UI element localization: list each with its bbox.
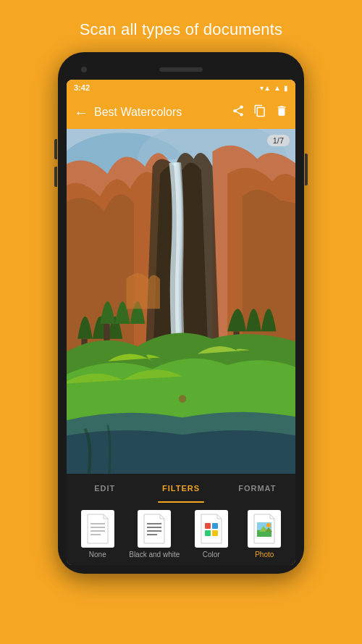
- svg-rect-18: [212, 523, 218, 529]
- filter-color-icon: [195, 510, 228, 548]
- speaker-icon: [159, 67, 203, 72]
- filter-color[interactable]: Color: [190, 510, 233, 559]
- volume-down-button: [54, 167, 57, 187]
- filter-bw-icon: [138, 510, 171, 548]
- svg-rect-20: [212, 530, 218, 536]
- phone-notch: [67, 61, 295, 78]
- filter-options: None: [67, 503, 295, 565]
- copy-button[interactable]: [253, 104, 266, 121]
- photo-document-icon: [251, 513, 277, 545]
- svg-rect-19: [205, 530, 211, 536]
- volume-up-button: [54, 139, 57, 159]
- bw-document-icon: [141, 513, 167, 545]
- filter-photo[interactable]: Photo: [243, 510, 286, 559]
- filter-none-icon: [81, 510, 114, 548]
- document-image: 1/7: [67, 129, 295, 474]
- svg-point-8: [179, 395, 186, 402]
- svg-point-23: [266, 523, 271, 527]
- signal-icon: ▲: [274, 84, 281, 92]
- app-bar-actions: [232, 104, 288, 121]
- power-button: [305, 154, 308, 185]
- tab-format[interactable]: FORMAT: [219, 474, 295, 503]
- svg-rect-17: [205, 523, 211, 529]
- share-button[interactable]: [232, 104, 245, 121]
- bottom-toolbar: EDIT FILTERS FORMAT: [67, 474, 295, 565]
- wifi-icon: ▾▲: [260, 84, 271, 92]
- battery-icon: ▮: [284, 84, 288, 92]
- app-bar: ← Best Watercolors: [67, 96, 295, 129]
- filter-color-label: Color: [203, 551, 220, 559]
- tab-filters[interactable]: FILTERS: [143, 474, 219, 503]
- phone-frame: 3:42 ▾▲ ▲ ▮ ← Best Watercolors: [58, 52, 304, 574]
- status-icons: ▾▲ ▲ ▮: [260, 84, 288, 92]
- camera-icon: [81, 67, 87, 72]
- phone-screen: 3:42 ▾▲ ▲ ▮ ← Best Watercolors: [67, 80, 295, 565]
- status-bar: 3:42 ▾▲ ▲ ▮: [67, 80, 295, 96]
- status-time: 3:42: [74, 83, 90, 92]
- filter-bw-label: Black and white: [129, 551, 180, 559]
- delete-button[interactable]: [275, 104, 288, 121]
- app-bar-title: Best Watercolors: [94, 106, 226, 119]
- filter-bw[interactable]: Black and white: [129, 510, 180, 559]
- document-icon: [85, 513, 111, 545]
- filter-photo-icon: [248, 510, 281, 548]
- page-badge: 1/7: [267, 135, 290, 146]
- back-button[interactable]: ←: [74, 104, 88, 121]
- filter-photo-label: Photo: [255, 551, 274, 559]
- filter-none[interactable]: None: [76, 510, 119, 559]
- color-document-icon: [198, 513, 224, 545]
- toolbar-tabs: EDIT FILTERS FORMAT: [67, 474, 295, 503]
- filter-none-label: None: [89, 551, 106, 559]
- tab-edit[interactable]: EDIT: [67, 474, 143, 503]
- page-heading: Scan all types of documents: [80, 20, 283, 39]
